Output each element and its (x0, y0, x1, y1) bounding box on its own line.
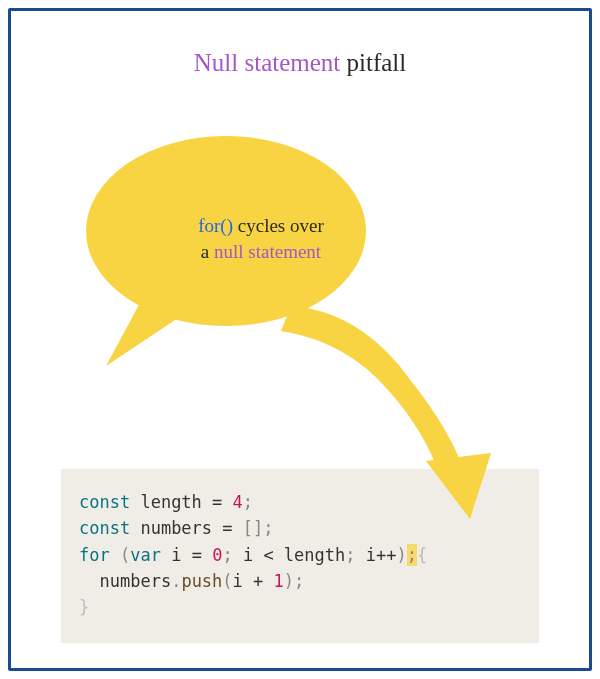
bubble-text-1: cycles over (233, 215, 324, 236)
bubble-null-keyword: null statement (214, 241, 321, 262)
bubble-text-2: a (201, 241, 214, 262)
title-emphasis: Null statement (194, 49, 341, 76)
code-line-3: for (var i = 0; i < length; i++);{ (79, 542, 521, 568)
bubble-for-keyword: for() (198, 215, 233, 236)
title-plain: pitfall (340, 49, 406, 76)
code-line-5: } (79, 594, 521, 620)
highlighted-semicolon: ; (407, 544, 417, 566)
speech-bubble-arrow (71, 131, 531, 531)
code-line-4: numbers.push(i + 1); (79, 568, 521, 594)
bubble-caption: for() cycles over a null statement (136, 213, 386, 264)
page-title: Null statement pitfall (11, 11, 589, 77)
diagram-frame: Null statement pitfall for() cycles over… (8, 8, 592, 671)
